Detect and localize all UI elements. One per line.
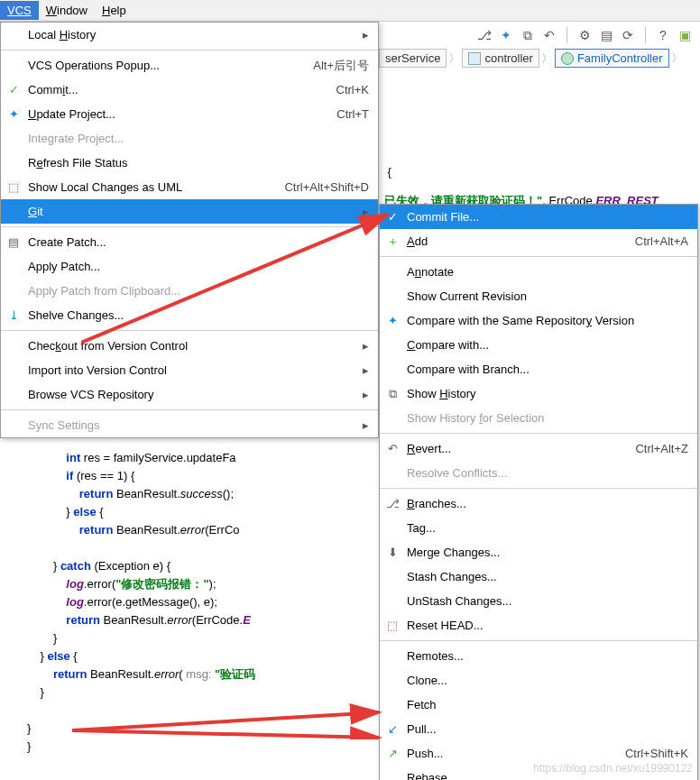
chevron-right-icon: ▸ — [363, 205, 369, 218]
menu-compare-branch[interactable]: Compare with Branch... — [380, 357, 697, 381]
chevron-right-icon: ▸ — [363, 363, 369, 377]
menubar: VCS Window Help — [0, 0, 700, 22]
chevron-right-icon: ▸ — [363, 28, 369, 41]
stop-icon[interactable]: ⟳ — [620, 27, 636, 43]
plugin-icon[interactable]: ▣ — [677, 27, 693, 43]
menu-apply-patch[interactable]: Apply Patch... — [1, 254, 378, 279]
menu-refresh-status[interactable]: Refresh File Status — [1, 151, 378, 175]
commit-icon: ✓ — [6, 83, 21, 97]
shelve-icon: ⤓ — [6, 308, 21, 323]
uml-icon: ⬚ — [6, 180, 21, 195]
class-icon — [561, 52, 574, 65]
commit-icon: ✓ — [385, 210, 400, 225]
update-icon: ✦ — [6, 107, 21, 122]
menu-import-vc[interactable]: Import into Version Control▸ — [1, 358, 378, 382]
separator — [1, 50, 378, 50]
menu-add[interactable]: ＋AddCtrl+Alt+A — [380, 229, 697, 253]
menu-update-project[interactable]: ✦Update Project...Ctrl+T — [1, 102, 378, 126]
watermark: https://blog.csdn.net/xu19990122 — [533, 762, 693, 775]
menu-browse-vcs[interactable]: Browse VCS Repository▸ — [1, 382, 378, 407]
menu-compare-with[interactable]: Compare with... — [380, 333, 697, 357]
separator — [1, 226, 378, 227]
menu-commit-file[interactable]: ✓Commit File... — [380, 205, 697, 229]
doc-icon[interactable]: ▤ — [598, 27, 614, 43]
menu-apply-clipboard: Apply Patch from Clipboard... — [1, 279, 378, 303]
editor-code: int res = familyService.updateFa if (res… — [0, 424, 700, 763]
menu-annotate[interactable]: Annotate — [380, 260, 697, 284]
menu-git[interactable]: Git▸ — [1, 199, 378, 224]
plus-icon: ＋ — [385, 234, 400, 249]
vcs-menu: Local History▸ VCS Operations Popup...Al… — [0, 22, 379, 438]
menubar-window[interactable]: Window — [39, 1, 95, 20]
chevron-right-icon: ▸ — [363, 339, 369, 353]
menubar-vcs[interactable]: VCS — [0, 1, 39, 20]
patch-icon: ▤ — [6, 235, 21, 250]
revert-icon[interactable]: ↶ — [541, 27, 557, 43]
menu-compare-same[interactable]: ✦Compare with the Same Repository Versio… — [380, 308, 697, 333]
separator — [1, 330, 378, 331]
menu-integrate: Integrate Project... — [1, 126, 378, 151]
update-icon[interactable]: ✦ — [498, 27, 514, 43]
run-icon[interactable]: ⚙ — [576, 27, 593, 43]
menu-shelve[interactable]: ⤓Shelve Changes... — [1, 303, 378, 327]
menu-vcs-popup[interactable]: VCS Operations Popup...Alt+后引号 — [1, 53, 378, 78]
branch-icon[interactable]: ⎇ — [476, 27, 493, 43]
folder-icon — [468, 52, 481, 65]
compare-icon: ✦ — [385, 314, 400, 328]
chevron-right-icon: 〉 — [541, 50, 553, 67]
toolbar: ⎇ ✦ ⧉ ↶ ⚙ ▤ ⟳ ? ▣ — [469, 22, 700, 49]
menu-show-history[interactable]: ⧉Show History — [380, 381, 697, 406]
chevron-right-icon: ▸ — [363, 388, 369, 401]
menu-local-history[interactable]: Local History▸ — [1, 23, 378, 47]
code-background: {已失效，请重新获取验证码！", ErrCode.ERR_REST — [379, 115, 700, 206]
diff-icon[interactable]: ⧉ — [520, 27, 536, 43]
crumb-controller[interactable]: controller — [462, 49, 539, 68]
menu-show-revision[interactable]: Show Current Revision — [380, 284, 697, 308]
history-icon: ⧉ — [385, 387, 400, 401]
menu-commit[interactable]: ✓Commit...Ctrl+K — [1, 78, 378, 102]
separator — [1, 409, 378, 410]
crumb-class[interactable]: FamilyController — [555, 49, 669, 68]
chevron-right-icon: 〉 — [671, 50, 683, 67]
menu-show-uml[interactable]: ⬚Show Local Changes as UMLCtrl+Alt+Shift… — [1, 175, 378, 199]
separator — [380, 256, 697, 257]
menu-checkout[interactable]: Checkout from Version Control▸ — [1, 334, 378, 358]
menubar-help[interactable]: Help — [95, 1, 134, 20]
help-icon[interactable]: ? — [655, 27, 671, 43]
breadcrumb: serService 〉 controller 〉 FamilyControll… — [379, 49, 683, 68]
menu-create-patch[interactable]: ▤Create Patch... — [1, 230, 378, 254]
crumb-service[interactable]: serService — [379, 49, 447, 68]
chevron-right-icon: 〉 — [448, 50, 460, 67]
